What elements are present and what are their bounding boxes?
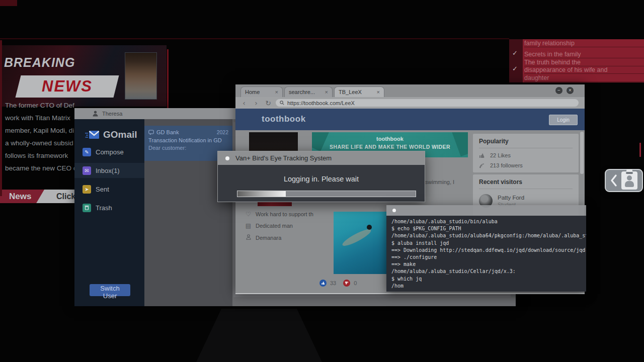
- refresh-icon[interactable]: ↻: [265, 99, 272, 107]
- sidebar-item-compose[interactable]: ✎ Compose: [74, 144, 144, 159]
- news-article-line: work with Titan Matrix: [5, 114, 77, 127]
- tab-home[interactable]: Home ×: [240, 86, 283, 97]
- progress-fill: [237, 191, 286, 197]
- email-sidebar: GOmail ✎ Compose ✉ Inbox(1) ➤ Sent Trash…: [74, 119, 144, 306]
- right-red-line: [639, 143, 641, 157]
- badge-person-body: [625, 181, 634, 187]
- gomail-app-name: GOmail: [103, 129, 137, 140]
- folder-label: Trash: [96, 204, 112, 212]
- contact-badge-icon: [621, 171, 637, 190]
- news-article-line: member, Kapil Modi, di: [5, 127, 77, 139]
- terminal-line: $ aluba install jqd: [391, 240, 586, 247]
- swimmer-figure: [341, 227, 373, 248]
- banner-subtitle: SHARE LIFE AND MAKE THE WORLD WIDER: [312, 144, 468, 150]
- profile-info-text: Work hard to support th: [256, 211, 313, 217]
- terminal-line: /home/aluba/.aluba_studio/bin/aluba: [391, 218, 586, 225]
- checklist-line: Secrets in the family: [524, 51, 644, 58]
- tab-close-icon[interactable]: ×: [320, 89, 328, 95]
- tab-close-icon[interactable]: ×: [270, 89, 278, 95]
- tab-label: searchre...: [289, 89, 315, 95]
- modal-message: Logging in. Please wait: [218, 175, 425, 183]
- badge-person-head: [627, 175, 632, 180]
- sidebar-item-trash[interactable]: Trash: [74, 200, 144, 215]
- compose-pencil-icon: ✎: [83, 148, 91, 156]
- terminal-line: /home/aluba/.aluba_studio/Cellar/jqd/x.3…: [391, 268, 586, 275]
- send-plane-icon: ➤: [83, 185, 91, 194]
- email-date: 2022: [217, 129, 228, 135]
- checklist-line: daughter: [524, 74, 644, 82]
- switch-user-button[interactable]: Switch User: [90, 284, 130, 296]
- post-reactions: 33 0: [319, 280, 357, 287]
- news-title-box: NEWS: [16, 75, 119, 98]
- chat-bubble-icon: [148, 130, 154, 135]
- browser-tabbar: Home × searchre... × TB_LeeX × − ×: [235, 84, 585, 97]
- profile-info-item: ♡ Work hard to support th: [245, 210, 313, 218]
- folder-label: Compose: [96, 148, 124, 156]
- checklist-line: disappearance of his wife and: [524, 66, 644, 74]
- terminal-line: $ echo $PKG_CONFIG_PATH: [391, 225, 586, 232]
- modal-titlebar[interactable]: Van+ Bird's Eye Tracking System: [218, 151, 425, 165]
- browser-toolbar: ‹ › ↻ https://toothbook.com/LeeX: [235, 97, 585, 109]
- tab-tb-leex[interactable]: TB_LeeX ×: [334, 86, 384, 97]
- forward-icon[interactable]: ›: [253, 99, 260, 107]
- page-scrollbar[interactable]: [580, 132, 584, 174]
- swimmer-head: [367, 225, 372, 230]
- toothbook-header: toothbook Login: [235, 109, 585, 130]
- checklist-side-strip: [509, 39, 523, 82]
- check-icon: ✓: [512, 65, 518, 72]
- person-outline-icon: [245, 234, 252, 241]
- recent-visitors-title: Recent visitors: [479, 178, 573, 189]
- terminal-titlebar[interactable]: [386, 205, 586, 216]
- left-red-strip: [0, 40, 2, 196]
- contact-drawer-handle[interactable]: [605, 169, 643, 192]
- progress-bar: [237, 191, 416, 197]
- banner-title: toothbook: [312, 136, 468, 142]
- post-photo-pool: [334, 212, 386, 274]
- quest-checklist-panel: family relationship Secrets in the famil…: [509, 39, 644, 82]
- popularity-title: Popularity: [479, 138, 573, 148]
- dislike-icon[interactable]: [343, 280, 350, 287]
- popularity-card: Popularity 22 Likes 213 followers: [473, 134, 579, 172]
- badge-notch: [626, 172, 633, 174]
- profile-info-item: ▤ Dedicated man: [245, 222, 293, 230]
- url-text: https://toothbook.com/LeeX: [287, 100, 355, 106]
- tab-searchresult[interactable]: searchre... ×: [284, 86, 333, 97]
- likes-text: 22 Likes: [490, 152, 511, 158]
- folder-label: Inbox(1): [96, 167, 120, 174]
- news-article-line: became the new CEO o: [5, 164, 77, 177]
- sidebar-item-sent[interactable]: ➤ Sent: [74, 182, 144, 197]
- toothbook-logo: toothbook: [262, 114, 306, 124]
- tab-label: Home: [245, 89, 260, 95]
- email-list: GD Bank 2022 Transaction Notification in…: [144, 119, 232, 306]
- news-ticker[interactable]: Click News: [0, 190, 87, 203]
- url-bar[interactable]: https://toothbook.com/LeeX: [276, 99, 579, 107]
- sidebar-item-inbox[interactable]: ✉ Inbox(1): [74, 163, 144, 178]
- window-dot-icon: [392, 209, 396, 212]
- desktop: BREAKING NEWS The former CTO of Def work…: [0, 0, 644, 362]
- like-icon[interactable]: [319, 280, 327, 287]
- login-button[interactable]: Login: [549, 115, 578, 125]
- tab-label: TB_LeeX: [339, 89, 362, 95]
- terminal-line: ==> Downloading http://stedqan.ddfewq.io…: [391, 247, 586, 254]
- followers-text: 213 followers: [490, 162, 523, 168]
- email-preview: Dear customer:: [148, 145, 228, 151]
- checklist-line: family relationship: [524, 40, 644, 47]
- like-count: 33: [330, 280, 336, 286]
- inbox-envelope-icon: ✉: [83, 166, 91, 175]
- terminal-output[interactable]: /home/aluba/.aluba_studio/bin/aluba $ ec…: [386, 216, 586, 292]
- search-icon: [280, 101, 284, 105]
- folder-label: Sent: [96, 186, 109, 193]
- news-article-text: The former CTO of Def work with Titan Ma…: [5, 102, 77, 177]
- profile-info-text: Demanara: [256, 235, 281, 241]
- close-icon[interactable]: ×: [567, 87, 574, 94]
- check-icon: ✓: [512, 49, 518, 57]
- terminal-line: $ which jq: [391, 276, 586, 283]
- likes-row: 22 Likes: [479, 152, 573, 158]
- back-icon[interactable]: ‹: [240, 99, 248, 107]
- tab-close-icon[interactable]: ×: [372, 89, 380, 95]
- chevron-left-icon: [609, 173, 617, 188]
- window-dot-icon: [225, 156, 229, 160]
- news-title: NEWS: [18, 75, 116, 98]
- gomail-logo: GOmail: [85, 129, 137, 140]
- minimize-icon[interactable]: −: [555, 87, 562, 94]
